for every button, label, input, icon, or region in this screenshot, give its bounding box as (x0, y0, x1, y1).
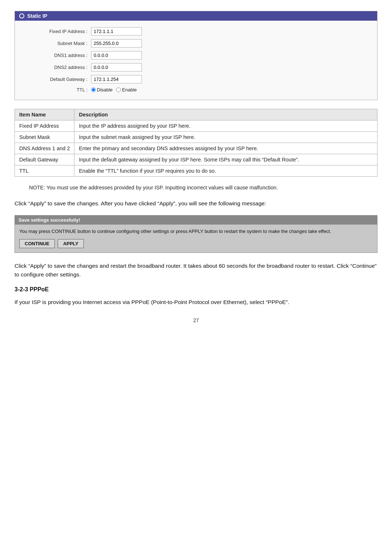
dns1-address-input[interactable] (91, 51, 142, 59)
table-cell-item-3: Default Gateway (15, 154, 74, 165)
form-row-dns1-address: DNS1 address : (22, 51, 370, 59)
para2: Click “Apply” to save the changes and re… (15, 262, 377, 279)
ttl-enable-label[interactable]: Enable (116, 87, 136, 93)
form-row-default-gateway: Default Gateway : (22, 75, 370, 83)
static-ip-header: Static IP (15, 11, 377, 21)
subnet-mask-label: Subnet Mask : (22, 41, 87, 46)
table-cell-desc-1: Input the subnet mask assigned by your I… (74, 132, 377, 143)
table-cell-desc-0: Input the IP address assigned by your IS… (74, 120, 377, 132)
apply-button[interactable]: APPLY (58, 239, 84, 248)
dns1-address-label: DNS1 address : (22, 53, 87, 58)
note-block: NOTE: You must use the addresses provide… (29, 184, 363, 192)
page-number: 27 (15, 317, 377, 323)
table-row: DNS Address 1 and 2Enter the primary and… (15, 143, 377, 154)
table-row: Fixed IP AddressInput the IP address ass… (15, 120, 377, 132)
continue-button[interactable]: CONTINUE (19, 239, 55, 248)
form-row-fixed-ip-address: Fixed IP Address : (22, 27, 370, 36)
subnet-mask-input[interactable] (91, 39, 142, 48)
table-cell-item-2: DNS Address 1 and 2 (15, 143, 74, 154)
ttl-radio-group: Disable Enable (91, 87, 137, 93)
ttl-disable-label[interactable]: Disable (91, 87, 113, 93)
save-settings-text: You may press CONTINUE button to continu… (19, 228, 373, 235)
save-settings-buttons: CONTINUE APPLY (19, 239, 373, 248)
fixed-ip-address-input[interactable] (91, 27, 142, 36)
table-cell-desc-2: Enter the primary and secondary DNS addr… (74, 143, 377, 154)
dns2-address-input[interactable] (91, 63, 142, 71)
note-text: NOTE: You must use the addresses provide… (29, 184, 363, 192)
section-heading: 3-2-3 PPPoE (15, 286, 377, 293)
ttl-enable-text: Enable (122, 87, 136, 93)
ttl-row: TTL : Disable Enable (22, 87, 370, 93)
ttl-disable-radio[interactable] (91, 87, 96, 92)
table-cell-desc-3: Input the default gateway assigned by yo… (74, 154, 377, 165)
para1: Click “Apply” to save the changes. After… (15, 199, 377, 208)
ttl-label: TTL : (22, 87, 87, 93)
default-gateway-input[interactable] (91, 75, 142, 83)
col-item-name: Item Name (15, 109, 74, 120)
table-row: Subnet MaskInput the subnet mask assigne… (15, 132, 377, 143)
ttl-disable-text: Disable (97, 87, 113, 93)
form-row-subnet-mask: Subnet Mask : (22, 39, 370, 48)
form-row-dns2-address: DNS2 address : (22, 63, 370, 71)
table-row: Default GatewayInput the default gateway… (15, 154, 377, 165)
table-cell-item-4: TTL (15, 165, 74, 177)
ttl-enable-radio[interactable] (116, 87, 121, 92)
dns2-address-label: DNS2 address : (22, 65, 87, 70)
save-settings-header: Save settings successfully! (15, 216, 377, 225)
static-ip-label: Static IP (27, 13, 47, 19)
table-header-row: Item Name Description (15, 109, 377, 120)
static-ip-panel: Static IP Fixed IP Address :Subnet Mask … (15, 11, 377, 100)
description-table: Item Name Description Fixed IP AddressIn… (15, 109, 377, 177)
table-cell-desc-4: Enable the “TTL” function if your ISP re… (74, 165, 377, 177)
fixed-ip-address-label: Fixed IP Address : (22, 29, 87, 34)
save-settings-body: You may press CONTINUE button to continu… (15, 225, 377, 253)
table-cell-item-1: Subnet Mask (15, 132, 74, 143)
circle-icon (19, 13, 24, 19)
table-row: TTLEnable the “TTL” function if your ISP… (15, 165, 377, 177)
col-description: Description (74, 109, 377, 120)
table-cell-item-0: Fixed IP Address (15, 120, 74, 132)
static-ip-body: Fixed IP Address :Subnet Mask :DNS1 addr… (15, 21, 377, 100)
save-settings-box: Save settings successfully! You may pres… (15, 215, 377, 253)
default-gateway-label: Default Gateway : (22, 77, 87, 82)
section-para: If your ISP is providing you Internet ac… (15, 298, 377, 307)
